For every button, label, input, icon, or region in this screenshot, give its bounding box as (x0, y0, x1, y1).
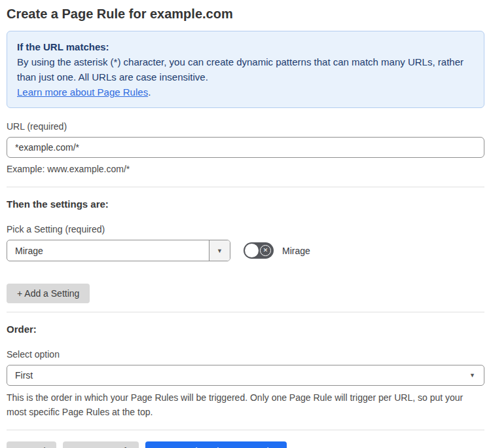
order-heading: Order: (7, 324, 484, 335)
footer-buttons: Cancel Save as Draft Save and Deploy Pag… (7, 441, 484, 448)
divider (7, 430, 484, 430)
url-input[interactable] (7, 137, 484, 158)
info-box-body: By using the asterisk (*) character, you… (17, 54, 474, 84)
select-arrow-icon: ▼ (469, 372, 475, 379)
setting-dropdown-arrow-button[interactable]: ▼ (209, 240, 230, 261)
dropdown-arrow-icon: ▼ (217, 248, 223, 254)
url-match-info-box: If the URL matches: By using the asteris… (7, 31, 484, 108)
settings-heading: Then the settings are: (7, 198, 484, 210)
save-deploy-button[interactable]: Save and Deploy Page Rule (145, 441, 287, 448)
toggle-label: Mirage (282, 246, 310, 256)
toggle-x-icon: ✕ (260, 245, 271, 256)
order-select-value: First (15, 370, 33, 381)
setting-picker-label: Pick a Setting (required) (7, 224, 484, 234)
order-select[interactable]: First ▼ (7, 365, 484, 386)
order-helper: This is the order in which your Page Rul… (7, 390, 484, 419)
info-box-heading: If the URL matches: (17, 39, 474, 54)
setting-dropdown[interactable]: Mirage ▼ (7, 240, 230, 261)
setting-dropdown-value: Mirage (7, 240, 209, 261)
cancel-button[interactable]: Cancel (7, 441, 56, 448)
url-helper: Example: www.example.com/* (7, 162, 484, 176)
order-select-label: Select option (7, 349, 484, 360)
setting-row: Mirage ▼ ✕ Mirage (7, 240, 484, 261)
page-title: Create a Page Rule for example.com (7, 5, 484, 22)
divider (7, 187, 484, 187)
divider (7, 312, 484, 312)
mirage-toggle[interactable]: ✕ (244, 242, 274, 259)
learn-more-link[interactable]: Learn more about Page Rules (17, 86, 148, 98)
url-label: URL (required) (7, 121, 484, 132)
info-box-link-line: Learn more about Page Rules. (17, 84, 474, 100)
add-setting-button[interactable]: + Add a Setting (7, 284, 90, 303)
toggle-knob (245, 244, 259, 257)
save-draft-button[interactable]: Save as Draft (63, 441, 139, 448)
link-period: . (148, 86, 151, 98)
